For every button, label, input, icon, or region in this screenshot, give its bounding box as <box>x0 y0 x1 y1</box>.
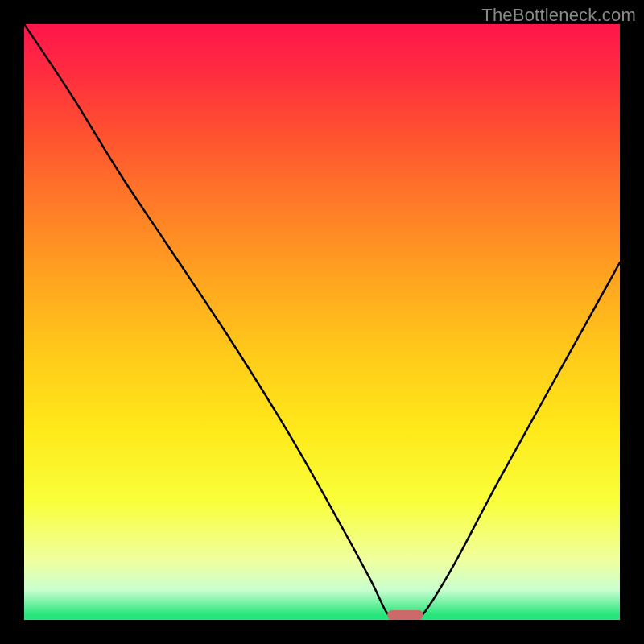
chart-frame: TheBottleneck.com <box>0 0 644 644</box>
watermark-text: TheBottleneck.com <box>481 5 636 26</box>
plot-area <box>24 24 620 620</box>
bottleneck-curve <box>24 24 620 620</box>
curve-path <box>24 24 620 621</box>
optimal-range-marker <box>387 610 423 620</box>
